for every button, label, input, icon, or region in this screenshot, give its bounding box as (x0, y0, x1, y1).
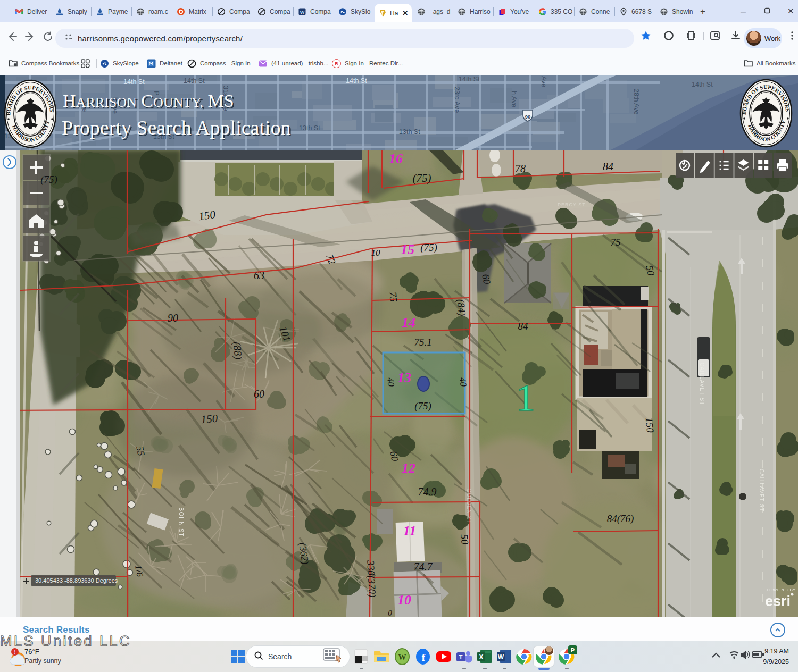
svg-text:23rd Ave: 23rd Ave (453, 87, 461, 113)
svg-text:55: 55 (134, 445, 147, 457)
svg-text:14th St: 14th St (692, 81, 713, 88)
svg-text:1: 1 (516, 376, 535, 419)
svg-text:30.405433 -88.893630 Degrees: 30.405433 -88.893630 Degrees (35, 577, 118, 584)
svg-text:74.9: 74.9 (418, 486, 437, 498)
svg-text:13th St: 13th St (299, 124, 320, 132)
svg-text:Property Search Application: Property Search Application (62, 116, 291, 139)
svg-text:12: 12 (402, 460, 415, 476)
svg-text:CAILLAVET ST: CAILLAVET ST (699, 363, 705, 406)
svg-text:h Ave: h Ave (510, 91, 518, 107)
svg-text:T: T (459, 654, 463, 660)
svg-text:16: 16 (389, 151, 403, 166)
svg-text:78: 78 (515, 163, 526, 174)
svg-text:esri: esri (765, 593, 791, 609)
svg-text:W: W (398, 653, 406, 661)
svg-text:GOLDEN ST: GOLDEN ST (466, 489, 472, 524)
svg-text:50: 50 (459, 534, 471, 545)
svg-text:X: X (479, 653, 483, 661)
svg-text:75: 75 (611, 237, 621, 248)
svg-text:14th St: 14th St (346, 77, 367, 85)
svg-text:14th St: 14th St (123, 78, 145, 86)
svg-text:84(76): 84(76) (607, 513, 634, 525)
svg-text:84: 84 (603, 161, 613, 172)
svg-text:90: 90 (525, 114, 531, 120)
svg-text:14th St: 14th St (459, 75, 480, 83)
svg-text:POWERED BY: POWERED BY (767, 587, 796, 592)
svg-text:60: 60 (254, 388, 264, 400)
svg-text:13th St: 13th St (399, 128, 420, 136)
svg-text:150: 150 (644, 417, 656, 433)
svg-text:90: 90 (168, 312, 178, 324)
svg-text:84: 84 (518, 321, 529, 332)
svg-text:11: 11 (403, 523, 417, 539)
svg-text:14th St: 14th St (184, 77, 205, 85)
svg-text:15: 15 (401, 242, 414, 257)
svg-text:75.1: 75.1 (414, 337, 431, 348)
svg-text:75: 75 (387, 291, 400, 303)
svg-text:28th Ave: 28th Ave (633, 89, 640, 114)
svg-text:(88): (88) (231, 341, 245, 360)
svg-text:63: 63 (254, 270, 264, 281)
svg-text:14: 14 (402, 315, 415, 330)
svg-text:(75): (75) (40, 174, 57, 186)
svg-text:Ave: Ave (540, 76, 547, 87)
svg-text:74.7: 74.7 (414, 561, 433, 573)
svg-text:(75): (75) (413, 172, 431, 184)
svg-text:(75): (75) (420, 242, 437, 254)
svg-text:R: R (335, 61, 338, 66)
svg-text:150: 150 (198, 208, 217, 223)
svg-text:(84): (84) (455, 299, 468, 316)
svg-text:CAILLAVET ST: CAILLAVET ST (759, 469, 764, 512)
svg-text:BOHN ST: BOHN ST (178, 507, 185, 537)
svg-text:10: 10 (371, 248, 381, 258)
svg-text:13: 13 (397, 370, 411, 385)
svg-text:W: W (498, 653, 504, 661)
svg-text:f: f (422, 652, 426, 663)
svg-text:150: 150 (201, 412, 219, 426)
svg-text:40: 40 (458, 377, 468, 387)
svg-text:PERCY ST: PERCY ST (558, 202, 586, 207)
svg-text:(75): (75) (414, 400, 431, 412)
svg-text:1/6: 1/6 (133, 565, 145, 578)
svg-text:40: 40 (385, 377, 396, 387)
svg-text:0: 0 (388, 609, 392, 617)
svg-text:10: 10 (397, 592, 411, 608)
svg-text:W: W (300, 10, 305, 15)
